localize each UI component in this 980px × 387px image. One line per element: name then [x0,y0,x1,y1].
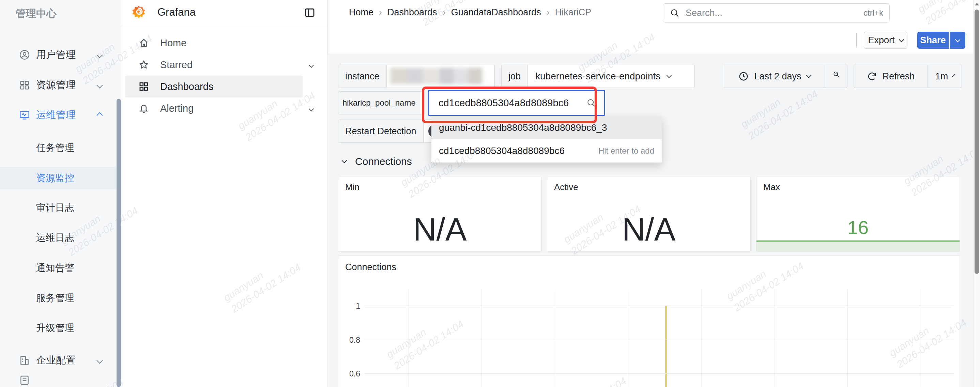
chevron-down-icon [96,52,103,58]
document-icon[interactable] [19,375,30,385]
pool-name-suggestions-dropdown: guanbi-cd1cedb8805304a8d8089bc6_3 cd1ced… [431,116,662,162]
refresh-interval-label: 1m [935,71,948,82]
export-button[interactable]: Export [864,32,907,49]
sidebar-subitem-label: 升级管理 [36,322,74,335]
sidebar-scrollbar[interactable] [116,99,121,387]
sidebar-subitem-label: 运维日志 [36,231,74,244]
bell-icon [139,103,149,113]
sidebar-item-label: 用户管理 [36,48,76,62]
chevron-down-icon [899,37,904,42]
page-scrollbar[interactable] [973,0,980,387]
grafana-nav-label: Alerting [160,103,194,114]
chevron-down-icon[interactable] [309,63,314,68]
grafana-nav-label: Dashboards [160,81,213,92]
grafana-logo-icon[interactable] [130,4,147,21]
variable-instance-value[interactable]: ⌄ [387,65,495,87]
stat-panel-min: Min N/A [338,177,542,252]
sparkline-fill [756,241,959,251]
refresh-label: Refresh [883,71,915,82]
grid-icon [19,80,30,90]
breadcrumb-dashboards[interactable]: Dashboards [387,7,437,18]
stat-panel-active: Active N/A [547,177,751,252]
breadcrumb-guandatadashboards[interactable]: GuandataDashboards [451,7,541,18]
admin-sidebar: 管理中心 用户管理 资源管理 [0,0,121,387]
grafana-nav-dashboards[interactable]: Dashboards [126,76,302,97]
h-gridline [364,373,954,374]
refresh-interval-button[interactable]: 1m [928,65,962,87]
breadcrumb-separator: › [442,7,446,18]
search-shortcut-hint: ctrl+k [864,8,883,18]
toolbar-divider [856,33,857,48]
time-range-button[interactable]: Last 2 days [724,65,825,87]
scrollbar-thumb[interactable] [975,10,979,274]
dashboard-toolbar: Export Share [328,25,980,54]
instance-value-redacted [390,68,482,84]
home-icon [139,38,149,48]
grafana-nav-alerting[interactable]: Alerting [126,97,302,119]
export-label: Export [868,35,894,46]
stat-panel-title: Active [554,182,578,192]
grafana-nav-label: Home [160,38,186,49]
stat-panel-title: Min [345,182,360,192]
variable-job-value[interactable]: kubernetes-service-endpoints [528,65,694,87]
grafana-nav-starred[interactable]: Starred [126,54,302,76]
dock-menu-icon[interactable] [304,7,315,18]
variable-instance-control[interactable]: instance ⌄ [338,65,495,88]
v-gridline [555,289,555,387]
breadcrumb: Home › Dashboards › GuandataDashboards ›… [349,0,591,25]
sidebar-item-enterprise-config[interactable]: 企业配置 [0,349,116,372]
section-title: Connections [355,156,412,167]
sidebar-item-resource-management[interactable]: 资源管理 [0,74,116,97]
stat-value: 16 [756,216,959,238]
chevron-down-icon [342,158,347,163]
chevron-down-icon [667,73,672,78]
sidebar-subitem-resource-monitor[interactable]: 资源监控 [36,167,74,189]
search-input[interactable] [685,8,864,19]
scrollbar-up-arrow-icon[interactable] [975,2,979,6]
chevron-down-icon [96,82,103,88]
sidebar-item-ops-management[interactable]: 运维管理 [0,104,116,126]
variable-job-control[interactable]: job kubernetes-service-endpoints [501,65,695,88]
sidebar-subitem-service-management[interactable]: 服务管理 [36,287,74,309]
search-icon [586,98,596,108]
section-row-connections[interactable]: Connections [342,152,412,171]
variable-pool-name-control[interactable]: hikaricp_pool_name [338,91,425,114]
sidebar-subitem-ops-log[interactable]: 运维日志 [36,227,74,249]
share-label: Share [920,35,946,46]
sidebar-item-user-management[interactable]: 用户管理 [0,44,116,66]
chevron-down-icon [96,357,103,363]
sidebar-item-label: 企业配置 [36,354,76,367]
suggestion-label: cd1cedb8805304a8d8089bc6 [439,146,565,156]
sidebar-subitem-audit-log[interactable]: 审计日志 [36,197,74,219]
suggestion-label: guanbi-cd1cedb8805304a8d8089bc6_3 [439,122,607,133]
breadcrumb-separator: › [547,7,550,18]
annotation-vertical-line [665,306,667,387]
time-picker-group: Last 2 days [724,65,848,88]
grafana-nav-header: Grafana [121,0,328,25]
suggestion-item[interactable]: guanbi-cd1cedb8805304a8d8089bc6_3 [431,116,662,140]
pool-name-input[interactable] [438,97,586,109]
variable-job-label: job [501,65,528,87]
restart-detection-label: Restart Detection [338,120,423,143]
variable-pool-name-label: hikaricp_pool_name [338,92,420,114]
time-range-label: Last 2 days [754,71,801,82]
grafana-nav: Grafana Home Starred [121,0,328,387]
grafana-brand[interactable]: Grafana [158,0,196,25]
sidebar-subitem-task-management[interactable]: 任务管理 [36,136,74,159]
refresh-button[interactable]: Refresh [854,65,928,87]
chevron-down-icon[interactable] [309,106,314,112]
suggestion-item[interactable]: cd1cedb8805304a8d8089bc6 Hit enter to ad… [431,140,662,162]
share-button[interactable]: Share [917,32,949,49]
grafana-nav-home[interactable]: Home [126,32,302,54]
y-axis-tick: 0.8 [340,336,360,345]
app-root: 管理中心 用户管理 资源管理 [0,0,980,387]
sidebar-subitem-notification-alert[interactable]: 通知告警 [36,257,74,279]
search-box[interactable]: ctrl+k [663,3,890,22]
search-icon [670,8,679,18]
v-gridline [409,289,409,387]
share-dropdown-button[interactable] [950,32,965,49]
v-gridline [921,289,921,387]
zoom-out-button[interactable] [825,65,847,87]
breadcrumb-home[interactable]: Home [349,7,374,18]
sidebar-subitem-upgrade-management[interactable]: 升级管理 [36,317,74,339]
